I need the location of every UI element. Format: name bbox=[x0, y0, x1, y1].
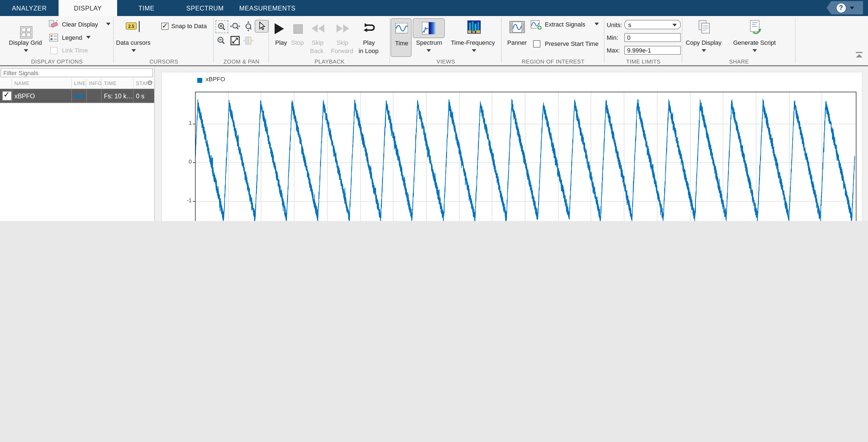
zoom-in-button[interactable] bbox=[215, 21, 228, 33]
signal-time-cell: Fs: 10 k… bbox=[102, 89, 134, 103]
chevron-down-icon[interactable] bbox=[106, 23, 111, 25]
pointer-icon bbox=[257, 22, 266, 31]
legend-label[interactable]: xBPFO bbox=[206, 76, 225, 82]
time-view-button[interactable]: Time bbox=[391, 18, 412, 57]
play-icon[interactable] bbox=[275, 23, 284, 34]
legend-icon bbox=[49, 34, 58, 41]
panner-icon[interactable] bbox=[509, 21, 525, 33]
play-label: Play bbox=[275, 39, 287, 46]
preserve-start-time-checkbox[interactable] bbox=[533, 40, 540, 48]
gear-icon[interactable]: ⚙ bbox=[147, 79, 153, 87]
collapse-ribbon-bar bbox=[856, 52, 863, 53]
chevron-down-icon[interactable] bbox=[427, 49, 431, 52]
spectrum-view-button[interactable] bbox=[413, 18, 445, 38]
chevron-down-icon[interactable] bbox=[752, 49, 757, 52]
zoom-out-button[interactable] bbox=[215, 35, 227, 46]
signal-line-swatch bbox=[74, 95, 84, 97]
time-view-icon bbox=[395, 23, 408, 34]
units-combobox[interactable]: s bbox=[624, 20, 681, 29]
tab-display[interactable]: DISPLAY bbox=[59, 0, 117, 16]
data-cursors-label: Data cursors bbox=[116, 39, 151, 46]
time-y-tick-mark bbox=[193, 124, 195, 124]
chevron-down-icon[interactable] bbox=[702, 49, 706, 52]
signal-checkbox[interactable] bbox=[2, 91, 11, 100]
filter-signals-input[interactable] bbox=[1, 68, 153, 77]
tab-spectrum[interactable]: SPECTRUM bbox=[176, 0, 234, 16]
snap-to-data-checkbox[interactable] bbox=[161, 23, 168, 30]
units-label: Units: bbox=[607, 22, 622, 28]
skip-forward-label-1: Skip bbox=[337, 39, 348, 46]
signal-analyzer-window: ANALYZER DISPLAY TIME SPECTRUM MEASUREME… bbox=[0, 0, 868, 221]
section-label-share: SHARE bbox=[682, 59, 796, 65]
skip-back-label-1: Skip bbox=[312, 39, 323, 46]
skip-forward-icon[interactable] bbox=[335, 24, 350, 33]
time-y-tick-mark bbox=[193, 201, 195, 202]
extract-signals-icon[interactable] bbox=[530, 20, 542, 30]
chevron-down-icon[interactable] bbox=[594, 23, 599, 25]
zoom-in-y-button[interactable] bbox=[243, 21, 254, 32]
help-button[interactable]: ? bbox=[827, 1, 863, 14]
section-zoom-pan: ZOOM & PAN bbox=[214, 16, 269, 65]
section-display-options: Display Grid Clear Display bbox=[0, 16, 114, 65]
section-label-cursors: CURSORS bbox=[114, 59, 214, 65]
section-label-playback: PLAYBACK bbox=[269, 59, 390, 65]
header-line[interactable]: LINE bbox=[72, 78, 87, 88]
min-input[interactable] bbox=[624, 33, 681, 42]
chevron-down-icon bbox=[849, 6, 854, 9]
collapse-ribbon-button[interactable] bbox=[856, 52, 863, 58]
chevron-down-icon[interactable] bbox=[24, 49, 28, 52]
stop-icon[interactable] bbox=[293, 24, 303, 34]
header-info[interactable]: INFO bbox=[87, 78, 102, 88]
skip-forward-label-2: Forward bbox=[331, 48, 353, 54]
tab-time[interactable]: TIME bbox=[117, 0, 176, 16]
units-value: s bbox=[628, 21, 631, 28]
preserve-start-time-label: Preserve Start Time bbox=[545, 40, 598, 47]
play-in-loop-label-2: in Loop bbox=[359, 48, 378, 54]
section-label-time-limits: TIME LIMITS bbox=[604, 59, 682, 65]
collapse-ribbon-arrow bbox=[856, 54, 863, 58]
header-start[interactable]: START ⚙ bbox=[134, 78, 154, 88]
chevron-down-icon[interactable] bbox=[131, 49, 136, 52]
time-frequency-view-icon[interactable] bbox=[467, 21, 481, 34]
generate-script-label: Generate Script bbox=[733, 39, 776, 46]
svg-text:2.5: 2.5 bbox=[128, 24, 134, 29]
link-time-checkbox[interactable] bbox=[50, 47, 58, 54]
signal-info-cell bbox=[87, 89, 102, 103]
zoom-in-x-button[interactable] bbox=[229, 21, 241, 32]
data-cursor-icon: 2.5 bbox=[125, 21, 142, 33]
display-panel: xBPFO Time (ms) Frequency (kHz) Power Sp… bbox=[161, 72, 863, 221]
snap-to-data-label: Snap to Data bbox=[171, 23, 207, 29]
zoom-out-icon bbox=[217, 36, 226, 45]
fit-to-view-button[interactable] bbox=[229, 35, 241, 46]
play-in-loop-icon[interactable] bbox=[362, 22, 376, 33]
time-plot-canvas[interactable] bbox=[195, 92, 857, 221]
section-divider bbox=[795, 18, 796, 63]
max-input[interactable] bbox=[624, 46, 681, 55]
header-name[interactable]: NAME bbox=[12, 78, 72, 88]
section-views: Time Spectrum bbox=[390, 16, 502, 65]
legend-button[interactable] bbox=[49, 33, 59, 42]
link-time-label: Link Time bbox=[62, 47, 88, 54]
signal-row-xbpfo[interactable]: xBPFO Fs: 10 k… 0 s bbox=[0, 89, 154, 103]
chevron-down-icon[interactable] bbox=[86, 36, 91, 39]
copy-display-icon[interactable] bbox=[698, 20, 711, 34]
tab-measurements[interactable]: MEASUREMENTS bbox=[234, 0, 301, 16]
pan-button[interactable] bbox=[243, 35, 254, 46]
data-cursors-button[interactable]: 2.5 bbox=[122, 20, 146, 33]
generate-script-icon[interactable] bbox=[749, 20, 762, 34]
legend-label: Legend bbox=[62, 34, 82, 41]
header-time[interactable]: TIME bbox=[102, 78, 134, 88]
skip-back-icon[interactable] bbox=[311, 24, 326, 33]
section-label-display-options: DISPLAY OPTIONS bbox=[0, 59, 114, 65]
min-label: Min: bbox=[607, 34, 618, 41]
skip-back-label-2: Back bbox=[310, 48, 323, 54]
header-checkbox-column bbox=[0, 78, 12, 88]
chevron-down-icon[interactable] bbox=[472, 49, 476, 52]
tab-analyzer[interactable]: ANALYZER bbox=[0, 0, 59, 16]
pointer-tool-button[interactable] bbox=[255, 20, 269, 33]
pan-icon bbox=[243, 36, 254, 45]
time-y-tick-label: -1 bbox=[172, 197, 192, 203]
clear-display-button[interactable] bbox=[49, 20, 59, 29]
time-y-tick-label: 0 bbox=[172, 159, 192, 165]
spectrum-view-label: Spectrum bbox=[416, 39, 442, 46]
